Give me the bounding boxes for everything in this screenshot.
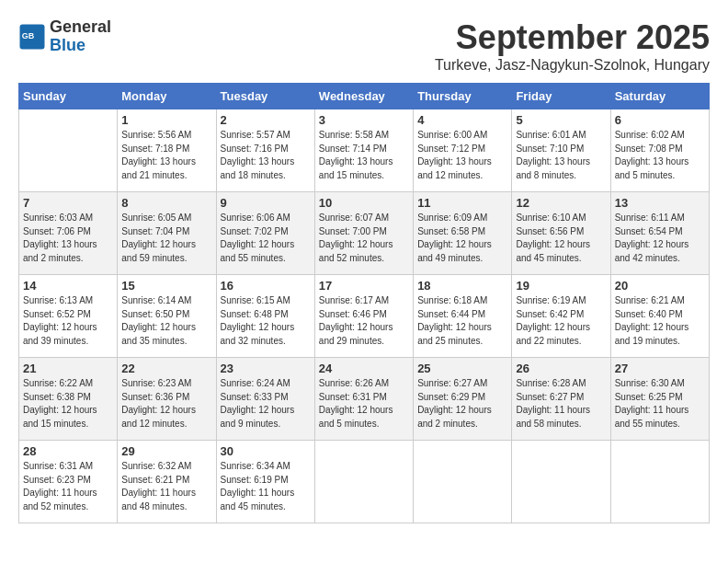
day-info: Sunrise: 6:24 AMSunset: 6:33 PMDaylight:… xyxy=(221,377,311,431)
logo-line2: Blue xyxy=(50,37,111,55)
logo-icon: GB xyxy=(18,23,46,51)
logo-text: General Blue xyxy=(50,18,111,55)
calendar-cell: 20Sunrise: 6:21 AMSunset: 6:40 PMDayligh… xyxy=(610,275,709,358)
calendar-title: September 2025 xyxy=(435,18,710,57)
day-number: 6 xyxy=(615,113,705,127)
col-header-sunday: Sunday xyxy=(19,84,118,109)
calendar-cell: 3Sunrise: 5:58 AMSunset: 7:14 PMDaylight… xyxy=(314,109,413,192)
day-number: 24 xyxy=(319,362,409,375)
day-number: 26 xyxy=(516,362,606,375)
col-header-tuesday: Tuesday xyxy=(216,84,314,109)
calendar-cell: 10Sunrise: 6:07 AMSunset: 7:00 PMDayligh… xyxy=(314,192,413,275)
calendar-cell: 11Sunrise: 6:09 AMSunset: 6:58 PMDayligh… xyxy=(414,192,512,275)
calendar-cell: 6Sunrise: 6:02 AMSunset: 7:08 PMDaylight… xyxy=(610,109,709,192)
col-header-friday: Friday xyxy=(512,84,610,109)
calendar-cell: 23Sunrise: 6:24 AMSunset: 6:33 PMDayligh… xyxy=(216,358,314,441)
day-info: Sunrise: 6:17 AMSunset: 6:46 PMDaylight:… xyxy=(319,294,409,348)
day-number: 22 xyxy=(121,362,211,375)
day-number: 20 xyxy=(615,279,705,293)
week-row-5: 28Sunrise: 6:31 AMSunset: 6:23 PMDayligh… xyxy=(19,441,710,523)
day-info: Sunrise: 5:57 AMSunset: 7:16 PMDaylight:… xyxy=(221,129,311,182)
day-number: 3 xyxy=(319,113,409,127)
calendar-cell: 21Sunrise: 6:22 AMSunset: 6:38 PMDayligh… xyxy=(19,358,118,441)
calendar-cell: 2Sunrise: 5:57 AMSunset: 7:16 PMDaylight… xyxy=(216,109,314,192)
day-number: 29 xyxy=(121,444,211,458)
week-row-3: 14Sunrise: 6:13 AMSunset: 6:52 PMDayligh… xyxy=(19,275,710,358)
day-number: 17 xyxy=(319,279,409,293)
day-info: Sunrise: 6:09 AMSunset: 6:58 PMDaylight:… xyxy=(417,212,507,265)
day-number: 23 xyxy=(221,362,311,375)
calendar-cell: 5Sunrise: 6:01 AMSunset: 7:10 PMDaylight… xyxy=(512,109,610,192)
day-number: 2 xyxy=(221,113,311,127)
day-info: Sunrise: 6:10 AMSunset: 6:56 PMDaylight:… xyxy=(516,212,606,265)
day-number: 19 xyxy=(516,279,606,293)
calendar-cell: 9Sunrise: 6:06 AMSunset: 7:02 PMDaylight… xyxy=(216,192,314,275)
day-info: Sunrise: 6:31 AMSunset: 6:23 PMDaylight:… xyxy=(23,460,113,513)
page-header: GB General Blue September 2025 Turkeve, … xyxy=(18,18,710,74)
day-number: 14 xyxy=(23,279,113,293)
calendar-cell: 1Sunrise: 5:56 AMSunset: 7:18 PMDaylight… xyxy=(118,109,216,192)
day-number: 1 xyxy=(121,113,211,127)
day-number: 15 xyxy=(121,279,211,293)
calendar-cell xyxy=(314,441,413,523)
day-info: Sunrise: 6:27 AMSunset: 6:29 PMDaylight:… xyxy=(417,377,507,431)
day-info: Sunrise: 6:07 AMSunset: 7:00 PMDaylight:… xyxy=(319,212,409,265)
day-number: 16 xyxy=(221,279,311,293)
day-info: Sunrise: 6:26 AMSunset: 6:31 PMDaylight:… xyxy=(319,377,409,431)
day-info: Sunrise: 6:28 AMSunset: 6:27 PMDaylight:… xyxy=(516,377,606,431)
day-number: 5 xyxy=(516,113,606,127)
day-number: 8 xyxy=(121,196,211,210)
calendar-cell: 14Sunrise: 6:13 AMSunset: 6:52 PMDayligh… xyxy=(19,275,118,358)
calendar-cell: 4Sunrise: 6:00 AMSunset: 7:12 PMDaylight… xyxy=(414,109,512,192)
day-number: 21 xyxy=(23,362,113,375)
col-header-monday: Monday xyxy=(118,84,216,109)
calendar-cell: 27Sunrise: 6:30 AMSunset: 6:25 PMDayligh… xyxy=(610,358,709,441)
calendar-cell: 15Sunrise: 6:14 AMSunset: 6:50 PMDayligh… xyxy=(118,275,216,358)
day-info: Sunrise: 6:02 AMSunset: 7:08 PMDaylight:… xyxy=(615,129,705,182)
logo-line1: General xyxy=(50,18,111,37)
week-row-4: 21Sunrise: 6:22 AMSunset: 6:38 PMDayligh… xyxy=(19,358,710,441)
calendar-cell: 13Sunrise: 6:11 AMSunset: 6:54 PMDayligh… xyxy=(610,192,709,275)
day-info: Sunrise: 6:00 AMSunset: 7:12 PMDaylight:… xyxy=(417,129,507,182)
day-info: Sunrise: 6:22 AMSunset: 6:38 PMDaylight:… xyxy=(23,377,113,431)
calendar-cell: 26Sunrise: 6:28 AMSunset: 6:27 PMDayligh… xyxy=(512,358,610,441)
day-number: 12 xyxy=(516,196,606,210)
calendar-body: 1Sunrise: 5:56 AMSunset: 7:18 PMDaylight… xyxy=(19,109,710,523)
day-info: Sunrise: 6:18 AMSunset: 6:44 PMDaylight:… xyxy=(417,294,507,348)
calendar-cell: 22Sunrise: 6:23 AMSunset: 6:36 PMDayligh… xyxy=(118,358,216,441)
day-info: Sunrise: 6:13 AMSunset: 6:52 PMDaylight:… xyxy=(23,294,113,348)
day-info: Sunrise: 6:15 AMSunset: 6:48 PMDaylight:… xyxy=(221,294,311,348)
day-number: 18 xyxy=(417,279,507,293)
day-info: Sunrise: 6:23 AMSunset: 6:36 PMDaylight:… xyxy=(121,377,211,431)
day-info: Sunrise: 6:03 AMSunset: 7:06 PMDaylight:… xyxy=(23,212,113,265)
calendar-cell: 7Sunrise: 6:03 AMSunset: 7:06 PMDaylight… xyxy=(19,192,118,275)
calendar-cell: 19Sunrise: 6:19 AMSunset: 6:42 PMDayligh… xyxy=(512,275,610,358)
day-number: 13 xyxy=(615,196,705,210)
title-block: September 2025 Turkeve, Jasz-Nagykun-Szo… xyxy=(435,18,710,74)
day-info: Sunrise: 6:19 AMSunset: 6:42 PMDaylight:… xyxy=(516,294,606,348)
day-info: Sunrise: 6:05 AMSunset: 7:04 PMDaylight:… xyxy=(121,212,211,265)
svg-text:GB: GB xyxy=(22,30,35,40)
day-info: Sunrise: 6:11 AMSunset: 6:54 PMDaylight:… xyxy=(615,212,705,265)
calendar-cell: 12Sunrise: 6:10 AMSunset: 6:56 PMDayligh… xyxy=(512,192,610,275)
day-info: Sunrise: 6:32 AMSunset: 6:21 PMDaylight:… xyxy=(121,460,211,513)
col-header-thursday: Thursday xyxy=(414,84,512,109)
calendar-cell xyxy=(610,441,709,523)
week-row-1: 1Sunrise: 5:56 AMSunset: 7:18 PMDaylight… xyxy=(19,109,710,192)
calendar-cell: 28Sunrise: 6:31 AMSunset: 6:23 PMDayligh… xyxy=(19,441,118,523)
calendar-cell: 16Sunrise: 6:15 AMSunset: 6:48 PMDayligh… xyxy=(216,275,314,358)
day-number: 4 xyxy=(417,113,507,127)
day-info: Sunrise: 5:58 AMSunset: 7:14 PMDaylight:… xyxy=(319,129,409,182)
day-number: 9 xyxy=(221,196,311,210)
logo: GB General Blue xyxy=(18,18,111,55)
calendar-subtitle: Turkeve, Jasz-Nagykun-Szolnok, Hungary xyxy=(435,57,710,74)
day-info: Sunrise: 6:14 AMSunset: 6:50 PMDaylight:… xyxy=(121,294,211,348)
calendar-header: SundayMondayTuesdayWednesdayThursdayFrid… xyxy=(19,84,710,109)
calendar-cell: 29Sunrise: 6:32 AMSunset: 6:21 PMDayligh… xyxy=(118,441,216,523)
day-info: Sunrise: 6:06 AMSunset: 7:02 PMDaylight:… xyxy=(221,212,311,265)
col-header-saturday: Saturday xyxy=(610,84,709,109)
col-header-wednesday: Wednesday xyxy=(314,84,413,109)
day-info: Sunrise: 6:34 AMSunset: 6:19 PMDaylight:… xyxy=(221,460,311,513)
calendar-table: SundayMondayTuesdayWednesdayThursdayFrid… xyxy=(18,83,710,523)
calendar-cell xyxy=(19,109,118,192)
